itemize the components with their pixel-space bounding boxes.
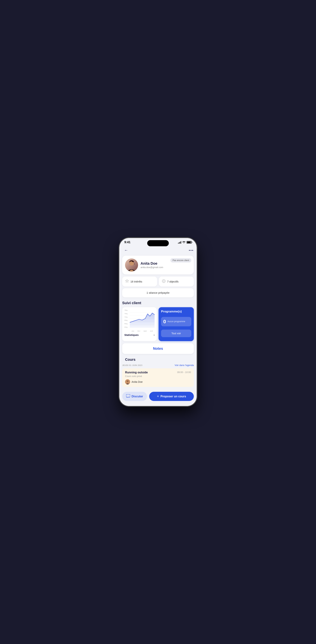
programme-title: Programme(s) xyxy=(161,310,191,313)
cours-date: JEUDI 01 JUIN 2023 xyxy=(122,364,142,366)
cours-time: 09:00 - 10:00 xyxy=(177,371,191,374)
signal-bar-1 xyxy=(178,243,178,244)
top-nav: ← xyxy=(119,246,197,256)
agenda-link[interactable]: Voir dans l'agenda xyxy=(174,364,194,366)
objectives-icon xyxy=(162,279,166,284)
chart-y-label-72: 72kg xyxy=(124,316,129,318)
dot-1 xyxy=(189,250,190,251)
status-icons xyxy=(178,241,192,244)
chart-y-label-66: 66kg xyxy=(124,323,129,324)
notes-button[interactable]: Notes xyxy=(122,343,194,354)
participant-name: Anita Doe xyxy=(132,380,143,383)
chart-x-mar: MAR xyxy=(144,330,147,332)
tout-voir-label: Tout voir xyxy=(171,332,181,335)
programme-stats: 0 Aucun programme xyxy=(161,317,191,326)
dot-2 xyxy=(190,250,191,251)
notes-label: Notes xyxy=(153,346,163,350)
chart-footer: Statistiques › xyxy=(124,333,155,336)
chart-x-avr: AVR xyxy=(150,330,153,332)
cours-type: Cours solo privé xyxy=(125,375,191,378)
plus-icon: + xyxy=(157,394,159,398)
chevron-right-icon[interactable]: › xyxy=(154,333,155,336)
objectives-card[interactable]: 7 objectifs xyxy=(159,276,194,286)
chat-icon xyxy=(126,394,130,398)
proposer-label: Proposer un cours xyxy=(160,395,186,398)
wifi-icon xyxy=(182,241,185,244)
battery-fill xyxy=(187,242,191,243)
back-arrow-icon: ← xyxy=(124,248,128,252)
chart-y-label-75: 75kg xyxy=(124,313,129,314)
interests-icon xyxy=(125,279,129,284)
objectives-count: 7 objectifs xyxy=(167,280,178,283)
discuter-label: Discuter xyxy=(132,395,143,398)
discuter-button[interactable]: Discuter xyxy=(122,392,147,401)
suivi-flex: 78kg 75kg 72kg 69kg 66kg 63kg xyxy=(122,307,194,341)
programme-card: Programme(s) 0 Aucun programme Tout voir xyxy=(158,307,194,341)
cours-title: Cours xyxy=(122,358,194,362)
weight-chart-svg xyxy=(130,310,155,329)
avatar xyxy=(125,258,138,272)
signal-bar-4 xyxy=(181,241,181,244)
stats-row: 18 intérêts 7 objectifs xyxy=(122,276,194,286)
dynamic-island xyxy=(147,240,169,246)
profile-info: Anita Doe anita.doe@gmail.com xyxy=(141,262,191,269)
screen-content[interactable]: ← xyxy=(119,246,197,406)
status-time: 9:41 xyxy=(124,240,131,244)
chart-card[interactable]: 78kg 75kg 72kg 69kg 66kg 63kg xyxy=(122,307,157,341)
cours-name: Running outside xyxy=(125,371,148,374)
dot-3 xyxy=(192,250,193,251)
cours-header: Running outside 09:00 - 10:00 xyxy=(125,371,191,374)
bottom-bar: Discuter + Proposer un cours xyxy=(119,390,197,406)
signal-bar-3 xyxy=(180,242,180,244)
chart-x-jan: JAN xyxy=(131,330,134,332)
prepaid-text: 1 séance prépayée xyxy=(147,291,169,294)
participant-avatar xyxy=(125,379,130,384)
signal-bar-2 xyxy=(179,242,179,244)
status-badge: Pas encore client xyxy=(170,258,191,262)
chart-x-fev: FEV xyxy=(138,330,140,332)
profile-card: Anita Doe anita.doe@gmail.com Pas encore… xyxy=(122,256,194,274)
programme-label: Aucun programme xyxy=(167,320,185,323)
statistiques-label: Statistiques xyxy=(124,334,139,336)
chart-y-label-63: 63kg xyxy=(124,326,129,328)
back-button[interactable]: ← xyxy=(123,247,129,254)
battery-icon xyxy=(187,241,192,244)
programme-count: 0 xyxy=(163,319,166,324)
chart-y-label-69: 69kg xyxy=(124,320,129,321)
suivi-client-title: Suivi client xyxy=(119,301,197,305)
prepaid-card: 1 séance prépayée xyxy=(122,288,194,297)
interests-card[interactable]: 18 intérêts xyxy=(122,276,157,286)
interests-count: 18 intérêts xyxy=(131,280,142,283)
signal-bars-icon xyxy=(178,241,181,244)
proposer-button[interactable]: + Proposer un cours xyxy=(149,392,194,401)
tout-voir-button[interactable]: Tout voir xyxy=(161,330,191,337)
svg-point-14 xyxy=(127,380,129,382)
chart-y-label-78: 78kg xyxy=(124,310,129,311)
cours-date-row: JEUDI 01 JUIN 2023 Voir dans l'agenda xyxy=(122,364,194,366)
more-button[interactable] xyxy=(189,250,193,251)
profile-email: anita.doe@gmail.com xyxy=(141,266,191,269)
phone-screen: 9:41 xyxy=(119,238,197,406)
phone-frame: 9:41 xyxy=(119,238,197,406)
svg-point-3 xyxy=(163,280,164,282)
cours-section: Cours JEUDI 01 JUIN 2023 Voir dans l'age… xyxy=(119,358,197,387)
cours-card: Running outside 09:00 - 10:00 Cours solo… xyxy=(122,368,194,387)
cours-participant: Anita Doe xyxy=(125,379,191,384)
